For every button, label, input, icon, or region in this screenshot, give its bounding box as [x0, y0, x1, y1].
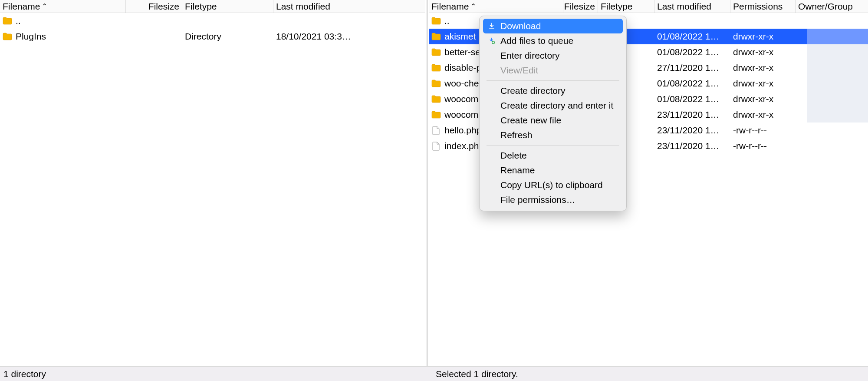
- col-filetype[interactable]: Filetype: [598, 0, 654, 13]
- file-owner: [796, 60, 868, 76]
- local-pane: Filename ⌃ Filesize Filetype Last modifi…: [0, 0, 425, 366]
- file-name: ..: [16, 16, 21, 26]
- file-modified: 23/11/2020 1…: [654, 107, 730, 123]
- file-permissions: drwxr-xr-x: [730, 91, 796, 107]
- add-queue-icon: [487, 37, 496, 45]
- status-bar: 1 directory Selected 1 directory.: [0, 366, 868, 381]
- folder-icon: [3, 32, 12, 41]
- context-menu: Download Add files to queue Enter direct…: [479, 16, 627, 211]
- file-name: woo-chec: [444, 78, 483, 89]
- file-permissions: drwxr-xr-x: [730, 60, 796, 76]
- remote-pane: Filename ⌃ Filesize Filetype Last modifi…: [429, 0, 868, 366]
- file-owner: [796, 29, 868, 44]
- col-filesize[interactable]: Filesize: [126, 0, 182, 13]
- file-name: woocomn: [444, 109, 483, 120]
- col-modified[interactable]: Last modified: [654, 0, 730, 13]
- file-owner: [796, 91, 868, 107]
- list-item[interactable]: PlugIns Directory 18/10/2021 03:3…: [0, 29, 425, 44]
- file-owner: [796, 138, 868, 154]
- menu-separator: [487, 145, 619, 146]
- file-modified: 01/08/2022 1…: [654, 29, 730, 44]
- menu-rename[interactable]: Rename: [480, 163, 626, 178]
- folder-icon: [431, 16, 441, 26]
- file-owner: [796, 13, 868, 29]
- folder-icon: [431, 63, 441, 73]
- menu-add-queue[interactable]: Add files to queue: [480, 33, 626, 48]
- menu-delete[interactable]: Delete: [480, 148, 626, 163]
- menu-create-directory-enter[interactable]: Create directory and enter it: [480, 98, 626, 113]
- download-icon: [487, 22, 496, 30]
- file-modified: 23/11/2020 1…: [654, 138, 730, 154]
- menu-view-edit: View/Edit: [480, 63, 626, 78]
- file-name: woocomn: [444, 94, 483, 104]
- local-status: 1 directory: [0, 367, 425, 381]
- file-size: [126, 13, 182, 29]
- file-modified: 18/10/2021 03:3…: [273, 29, 425, 44]
- menu-copy-urls[interactable]: Copy URL(s) to clipboard: [480, 178, 626, 192]
- file-permissions: drwxr-xr-x: [730, 44, 796, 60]
- file-owner: [796, 76, 868, 91]
- menu-create-file[interactable]: Create new file: [480, 113, 626, 128]
- file-name: hello.php: [444, 125, 481, 136]
- col-permissions[interactable]: Permissions: [730, 0, 796, 13]
- menu-enter-directory[interactable]: Enter directory: [480, 48, 626, 63]
- remote-header: Filename ⌃ Filesize Filetype Last modifi…: [429, 0, 868, 13]
- file-permissions: drwxr-xr-x: [730, 29, 796, 44]
- folder-icon: [431, 79, 441, 88]
- file-name: index.php: [444, 141, 484, 151]
- file-permissions: -rw-r--r--: [730, 123, 796, 138]
- menu-create-directory[interactable]: Create directory: [480, 83, 626, 98]
- file-owner: [796, 123, 868, 138]
- file-type: Directory: [182, 29, 273, 44]
- file-icon: [431, 141, 441, 151]
- folder-icon: [431, 94, 441, 104]
- file-modified: 01/08/2022 1…: [654, 44, 730, 60]
- file-icon: [431, 126, 441, 135]
- file-permissions: drwxr-xr-x: [730, 107, 796, 123]
- file-type: [182, 13, 273, 29]
- folder-icon: [431, 32, 441, 41]
- file-name: PlugIns: [16, 31, 46, 42]
- menu-separator: [487, 80, 619, 81]
- file-name: ..: [444, 16, 450, 26]
- file-name: disable-p: [444, 63, 481, 73]
- file-modified: 01/08/2022 1…: [654, 91, 730, 107]
- file-modified: 01/08/2022 1…: [654, 76, 730, 91]
- col-filename[interactable]: Filename ⌃: [429, 0, 563, 13]
- file-modified: 23/11/2020 1…: [654, 123, 730, 138]
- local-header: Filename ⌃ Filesize Filetype Last modifi…: [0, 0, 425, 13]
- file-permissions: -rw-r--r--: [730, 138, 796, 154]
- col-modified[interactable]: Last modified: [273, 0, 425, 13]
- file-owner: [796, 107, 868, 123]
- sort-asc-icon: ⌃: [470, 2, 476, 10]
- folder-icon: [431, 110, 441, 119]
- col-filetype[interactable]: Filetype: [182, 0, 273, 13]
- file-modified: 27/11/2020 1…: [654, 60, 730, 76]
- file-name: better-se: [444, 47, 480, 57]
- folder-icon: [3, 16, 12, 26]
- menu-download[interactable]: Download: [483, 19, 623, 33]
- col-filename-label: Filename: [431, 1, 469, 12]
- col-filename[interactable]: Filename ⌃: [0, 0, 126, 13]
- col-filename-label: Filename: [3, 1, 40, 12]
- sort-asc-icon: ⌃: [42, 2, 47, 10]
- menu-refresh[interactable]: Refresh: [480, 128, 626, 142]
- file-modified: [273, 13, 425, 29]
- menu-file-permissions[interactable]: File permissions…: [480, 192, 626, 207]
- file-modified: [654, 13, 730, 29]
- file-owner: [796, 44, 868, 60]
- file-name: akismet: [444, 31, 476, 42]
- local-rows[interactable]: .. PlugIns Directory 18/10/2021 03:3…: [0, 13, 425, 366]
- remote-status: Selected 1 directory.: [432, 367, 868, 381]
- col-owner[interactable]: Owner/Group: [796, 0, 868, 13]
- file-size: [126, 29, 182, 44]
- col-filesize[interactable]: Filesize: [563, 0, 598, 13]
- file-permissions: [730, 13, 796, 29]
- file-permissions: drwxr-xr-x: [730, 76, 796, 91]
- folder-icon: [431, 47, 441, 57]
- list-item[interactable]: ..: [0, 13, 425, 29]
- pane-splitter[interactable]: [425, 0, 429, 366]
